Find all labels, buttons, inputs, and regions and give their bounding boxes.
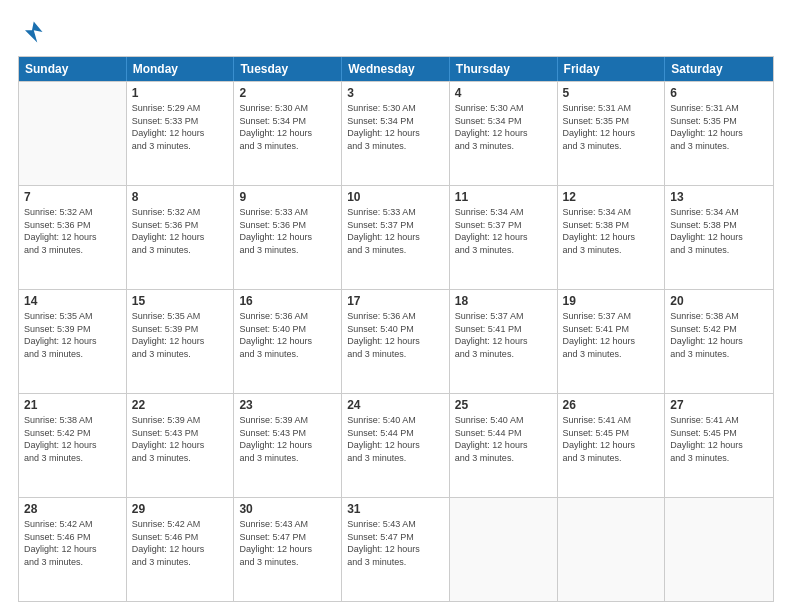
logo (18, 18, 50, 46)
day-info: Sunrise: 5:33 AM Sunset: 5:36 PM Dayligh… (239, 206, 336, 256)
day-info: Sunrise: 5:42 AM Sunset: 5:46 PM Dayligh… (24, 518, 121, 568)
day-number: 28 (24, 502, 121, 516)
day-number: 13 (670, 190, 768, 204)
weekday-header: Sunday (19, 57, 127, 81)
calendar-cell: 3Sunrise: 5:30 AM Sunset: 5:34 PM Daylig… (342, 82, 450, 185)
calendar-cell: 5Sunrise: 5:31 AM Sunset: 5:35 PM Daylig… (558, 82, 666, 185)
calendar: SundayMondayTuesdayWednesdayThursdayFrid… (18, 56, 774, 602)
calendar-row: 14Sunrise: 5:35 AM Sunset: 5:39 PM Dayli… (19, 289, 773, 393)
calendar-cell: 6Sunrise: 5:31 AM Sunset: 5:35 PM Daylig… (665, 82, 773, 185)
day-info: Sunrise: 5:37 AM Sunset: 5:41 PM Dayligh… (563, 310, 660, 360)
calendar-row: 1Sunrise: 5:29 AM Sunset: 5:33 PM Daylig… (19, 81, 773, 185)
day-info: Sunrise: 5:40 AM Sunset: 5:44 PM Dayligh… (347, 414, 444, 464)
day-number: 1 (132, 86, 229, 100)
page: SundayMondayTuesdayWednesdayThursdayFrid… (0, 0, 792, 612)
calendar-cell: 15Sunrise: 5:35 AM Sunset: 5:39 PM Dayli… (127, 290, 235, 393)
day-number: 22 (132, 398, 229, 412)
day-info: Sunrise: 5:36 AM Sunset: 5:40 PM Dayligh… (347, 310, 444, 360)
calendar-cell (665, 498, 773, 601)
calendar-cell: 9Sunrise: 5:33 AM Sunset: 5:36 PM Daylig… (234, 186, 342, 289)
day-number: 29 (132, 502, 229, 516)
day-info: Sunrise: 5:38 AM Sunset: 5:42 PM Dayligh… (670, 310, 768, 360)
day-number: 27 (670, 398, 768, 412)
calendar-header: SundayMondayTuesdayWednesdayThursdayFrid… (19, 57, 773, 81)
day-info: Sunrise: 5:40 AM Sunset: 5:44 PM Dayligh… (455, 414, 552, 464)
day-number: 15 (132, 294, 229, 308)
day-number: 6 (670, 86, 768, 100)
calendar-row: 21Sunrise: 5:38 AM Sunset: 5:42 PM Dayli… (19, 393, 773, 497)
calendar-body: 1Sunrise: 5:29 AM Sunset: 5:33 PM Daylig… (19, 81, 773, 601)
calendar-cell: 25Sunrise: 5:40 AM Sunset: 5:44 PM Dayli… (450, 394, 558, 497)
day-number: 3 (347, 86, 444, 100)
day-info: Sunrise: 5:34 AM Sunset: 5:37 PM Dayligh… (455, 206, 552, 256)
day-number: 20 (670, 294, 768, 308)
day-info: Sunrise: 5:31 AM Sunset: 5:35 PM Dayligh… (563, 102, 660, 152)
day-number: 24 (347, 398, 444, 412)
day-info: Sunrise: 5:43 AM Sunset: 5:47 PM Dayligh… (347, 518, 444, 568)
calendar-cell: 30Sunrise: 5:43 AM Sunset: 5:47 PM Dayli… (234, 498, 342, 601)
calendar-cell: 21Sunrise: 5:38 AM Sunset: 5:42 PM Dayli… (19, 394, 127, 497)
day-info: Sunrise: 5:32 AM Sunset: 5:36 PM Dayligh… (132, 206, 229, 256)
calendar-cell: 10Sunrise: 5:33 AM Sunset: 5:37 PM Dayli… (342, 186, 450, 289)
day-number: 9 (239, 190, 336, 204)
day-info: Sunrise: 5:39 AM Sunset: 5:43 PM Dayligh… (132, 414, 229, 464)
calendar-cell: 14Sunrise: 5:35 AM Sunset: 5:39 PM Dayli… (19, 290, 127, 393)
day-info: Sunrise: 5:29 AM Sunset: 5:33 PM Dayligh… (132, 102, 229, 152)
calendar-cell: 13Sunrise: 5:34 AM Sunset: 5:38 PM Dayli… (665, 186, 773, 289)
day-number: 8 (132, 190, 229, 204)
weekday-header: Thursday (450, 57, 558, 81)
day-info: Sunrise: 5:41 AM Sunset: 5:45 PM Dayligh… (563, 414, 660, 464)
weekday-header: Friday (558, 57, 666, 81)
day-number: 5 (563, 86, 660, 100)
calendar-cell (19, 82, 127, 185)
calendar-cell: 31Sunrise: 5:43 AM Sunset: 5:47 PM Dayli… (342, 498, 450, 601)
calendar-cell: 2Sunrise: 5:30 AM Sunset: 5:34 PM Daylig… (234, 82, 342, 185)
calendar-cell: 26Sunrise: 5:41 AM Sunset: 5:45 PM Dayli… (558, 394, 666, 497)
day-number: 17 (347, 294, 444, 308)
header (18, 18, 774, 46)
day-number: 11 (455, 190, 552, 204)
day-number: 30 (239, 502, 336, 516)
calendar-cell: 20Sunrise: 5:38 AM Sunset: 5:42 PM Dayli… (665, 290, 773, 393)
calendar-cell: 17Sunrise: 5:36 AM Sunset: 5:40 PM Dayli… (342, 290, 450, 393)
calendar-cell: 8Sunrise: 5:32 AM Sunset: 5:36 PM Daylig… (127, 186, 235, 289)
calendar-cell: 12Sunrise: 5:34 AM Sunset: 5:38 PM Dayli… (558, 186, 666, 289)
day-number: 19 (563, 294, 660, 308)
day-number: 31 (347, 502, 444, 516)
weekday-header: Wednesday (342, 57, 450, 81)
day-info: Sunrise: 5:30 AM Sunset: 5:34 PM Dayligh… (347, 102, 444, 152)
day-number: 10 (347, 190, 444, 204)
day-number: 14 (24, 294, 121, 308)
day-number: 18 (455, 294, 552, 308)
calendar-row: 28Sunrise: 5:42 AM Sunset: 5:46 PM Dayli… (19, 497, 773, 601)
calendar-cell: 29Sunrise: 5:42 AM Sunset: 5:46 PM Dayli… (127, 498, 235, 601)
day-number: 25 (455, 398, 552, 412)
day-number: 12 (563, 190, 660, 204)
day-info: Sunrise: 5:34 AM Sunset: 5:38 PM Dayligh… (563, 206, 660, 256)
day-info: Sunrise: 5:30 AM Sunset: 5:34 PM Dayligh… (239, 102, 336, 152)
calendar-cell (558, 498, 666, 601)
day-info: Sunrise: 5:43 AM Sunset: 5:47 PM Dayligh… (239, 518, 336, 568)
calendar-cell: 7Sunrise: 5:32 AM Sunset: 5:36 PM Daylig… (19, 186, 127, 289)
weekday-header: Tuesday (234, 57, 342, 81)
calendar-cell: 28Sunrise: 5:42 AM Sunset: 5:46 PM Dayli… (19, 498, 127, 601)
day-info: Sunrise: 5:36 AM Sunset: 5:40 PM Dayligh… (239, 310, 336, 360)
day-number: 2 (239, 86, 336, 100)
day-number: 16 (239, 294, 336, 308)
day-number: 26 (563, 398, 660, 412)
logo-icon (18, 18, 46, 46)
svg-marker-0 (25, 22, 43, 43)
day-info: Sunrise: 5:39 AM Sunset: 5:43 PM Dayligh… (239, 414, 336, 464)
day-number: 4 (455, 86, 552, 100)
day-info: Sunrise: 5:34 AM Sunset: 5:38 PM Dayligh… (670, 206, 768, 256)
day-number: 7 (24, 190, 121, 204)
calendar-row: 7Sunrise: 5:32 AM Sunset: 5:36 PM Daylig… (19, 185, 773, 289)
day-info: Sunrise: 5:31 AM Sunset: 5:35 PM Dayligh… (670, 102, 768, 152)
weekday-header: Monday (127, 57, 235, 81)
day-info: Sunrise: 5:32 AM Sunset: 5:36 PM Dayligh… (24, 206, 121, 256)
calendar-cell: 24Sunrise: 5:40 AM Sunset: 5:44 PM Dayli… (342, 394, 450, 497)
weekday-header: Saturday (665, 57, 773, 81)
day-info: Sunrise: 5:35 AM Sunset: 5:39 PM Dayligh… (132, 310, 229, 360)
calendar-cell: 18Sunrise: 5:37 AM Sunset: 5:41 PM Dayli… (450, 290, 558, 393)
calendar-cell: 11Sunrise: 5:34 AM Sunset: 5:37 PM Dayli… (450, 186, 558, 289)
